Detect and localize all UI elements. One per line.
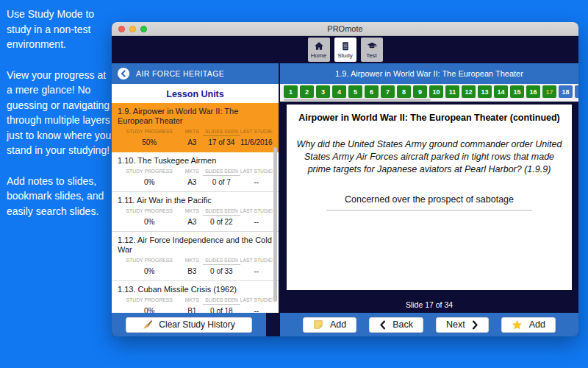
chevron-left-icon — [379, 320, 386, 330]
column-header-mkts: MKTS — [182, 208, 204, 216]
back-label: Back — [392, 319, 413, 330]
slide-title: Airpower in World War II: The European T… — [287, 113, 572, 123]
last-studied-value: -- — [240, 305, 273, 313]
lesson-unit-item[interactable]: 1.9. Airpower in World War II: The Europ… — [112, 103, 279, 152]
lesson-unit-stats: STUDY PROGRESS MKTS SLIDES SEEN LAST STU… — [118, 169, 273, 186]
vertical-scrollbar[interactable] — [273, 147, 277, 302]
column-header-last-studied: LAST STUDIED — [240, 169, 273, 176]
slide-nav-bar: Add Back Next — [280, 313, 578, 336]
test-graduation-cap-icon — [366, 40, 378, 52]
zoom-window-button[interactable] — [140, 26, 147, 32]
slides-seen-value: 0 of 33 — [203, 265, 240, 275]
close-window-button[interactable] — [118, 26, 125, 32]
slide-number-square[interactable]: 6 — [365, 85, 379, 98]
slide-number-square[interactable]: 5 — [348, 85, 362, 98]
add-note-label: Add — [330, 319, 346, 330]
slide-number-square[interactable]: 1 — [284, 85, 298, 98]
column-header-mkts: MKTS — [182, 169, 204, 176]
slide-number-square[interactable]: 7 — [381, 85, 395, 98]
slides-seen-value: 0 of 18 — [203, 305, 240, 313]
slide-number-square[interactable]: 14 — [494, 85, 508, 98]
tab-test[interactable]: Test — [361, 38, 383, 62]
tab-study-label: Study — [337, 52, 352, 59]
slide-number-square[interactable]: 11 — [445, 85, 459, 98]
lesson-unit-title: 1.9. Airpower in World War II: The Europ… — [118, 107, 273, 126]
lesson-unit-item[interactable]: 1.11. Air War in the Pacific STUDY PROGR… — [112, 192, 279, 232]
promo-paragraph: View your progress at a mere glance! No … — [7, 68, 114, 158]
slide-number-square[interactable]: 8 — [397, 85, 411, 98]
list-title: Lesson Units — [112, 84, 279, 103]
slide-number-square[interactable]: 13 — [478, 85, 492, 98]
column-header-mkts: MKTS — [182, 258, 204, 265]
tab-home-label: Home — [311, 52, 326, 59]
lesson-unit-item[interactable]: 1.10. The Tuskegee Airmen STUDY PROGRESS… — [112, 152, 279, 192]
chevron-left-icon — [120, 70, 127, 77]
slide-number-square[interactable]: 16 — [526, 85, 540, 98]
lesson-unit-title: 1.10. The Tuskegee Airmen — [118, 156, 273, 166]
study-progress-value: 50% — [118, 136, 182, 146]
clear-study-history-button[interactable]: Clear Study History — [126, 317, 252, 333]
promo-paragraph: Use Study Mode to study in a non-test en… — [7, 7, 114, 52]
back-slide-button[interactable]: Back — [369, 317, 423, 333]
lesson-units-list: Lesson Units 1.9. Airpower in World War … — [112, 84, 279, 313]
study-slide-panel: 1.9. Airpower in World War II: The Europ… — [280, 63, 578, 336]
mode-toolbar: Home Study Test — [112, 36, 578, 63]
lesson-unit-stats: STUDY PROGRESS MKTS SLIDES SEEN LAST STU… — [118, 258, 273, 275]
last-studied-value: -- — [240, 176, 273, 186]
mkts-value: B3 — [182, 265, 204, 275]
column-header-study-progress: STUDY PROGRESS — [118, 208, 182, 216]
slide-number-square[interactable]: 9 — [413, 85, 427, 98]
column-header-study-progress: STUDY PROGRESS — [118, 297, 182, 305]
lesson-unit-item[interactable]: 1.12. Air Force Independence and the Col… — [112, 232, 279, 281]
lesson-unit-title: 1.13. Cuban Missile Crisis (1962) — [118, 285, 273, 294]
tab-home[interactable]: Home — [308, 38, 330, 62]
lesson-unit-title: 1.12. Air Force Independence and the Col… — [118, 236, 273, 255]
slide-number-square[interactable]: 4 — [332, 85, 346, 98]
last-studied-value: -- — [240, 216, 273, 226]
slide-number-square[interactable]: 10 — [429, 85, 443, 98]
study-progress-value: 0% — [118, 216, 182, 226]
column-header-study-progress: STUDY PROGRESS — [118, 258, 182, 265]
study-progress-value: 0% — [118, 305, 182, 313]
slide-number-square[interactable]: 17 — [542, 85, 556, 98]
back-button[interactable] — [118, 68, 129, 79]
column-header-slides-seen: SLIDES SEEN — [203, 129, 240, 136]
horizontal-scrollbar[interactable] — [284, 99, 431, 101]
add-note-button[interactable]: Add — [303, 317, 356, 333]
slide-number-square[interactable]: 12 — [462, 85, 476, 98]
slide-number-square[interactable]: 18 — [559, 85, 573, 98]
lesson-unit-item[interactable]: 1.13. Cuban Missile Crisis (1962) STUDY … — [112, 281, 279, 313]
brush-icon — [143, 319, 153, 330]
tab-study[interactable]: Study — [334, 38, 356, 62]
left-panel-footer: Clear Study History — [112, 313, 266, 336]
slide-area: Airpower in World War II: The European T… — [280, 102, 578, 297]
promo-text: Use Study Mode to study in a non-test en… — [7, 7, 114, 234]
add-bookmark-button[interactable]: Add — [501, 317, 556, 333]
app-window: PROmote Home Study Test — [112, 22, 578, 336]
slide-number-strip: 12345678910111213141516171819 — [280, 84, 578, 102]
last-studied-value: -- — [240, 265, 273, 275]
minimize-window-button[interactable] — [129, 26, 136, 32]
slide-number-square[interactable]: 19 — [575, 85, 578, 98]
main-area: AIR FORCE HERITAGE Lesson Units 1.9. Air… — [112, 63, 578, 336]
column-header-study-progress: STUDY PROGRESS — [118, 129, 182, 136]
column-header-study-progress: STUDY PROGRESS — [118, 169, 182, 176]
next-slide-button[interactable]: Next — [436, 317, 489, 333]
unit-header: 1.9. Airpower in World War II: The Europ… — [280, 63, 578, 84]
mkts-value: B1 — [182, 305, 204, 313]
slide-number-square[interactable]: 2 — [300, 85, 314, 98]
mkts-value: A3 — [182, 136, 204, 146]
column-header-last-studied: LAST STUDIED — [240, 129, 273, 136]
clear-study-history-label: Clear Study History — [159, 319, 234, 330]
sticky-note-icon — [313, 319, 323, 330]
slide-number-square[interactable]: 3 — [316, 85, 330, 98]
column-header-mkts: MKTS — [182, 129, 204, 136]
column-header-mkts: MKTS — [182, 297, 204, 305]
slide-question: Why did the United States Army ground co… — [297, 138, 562, 176]
unit-list: 1.9. Airpower in World War II: The Europ… — [112, 103, 279, 313]
column-header-slides-seen: SLIDES SEEN — [203, 258, 240, 265]
study-notepad-icon — [340, 40, 351, 52]
mkts-value: A3 — [182, 176, 204, 186]
slide-number-square[interactable]: 15 — [510, 85, 524, 98]
course-title: AIR FORCE HERITAGE — [136, 69, 224, 78]
